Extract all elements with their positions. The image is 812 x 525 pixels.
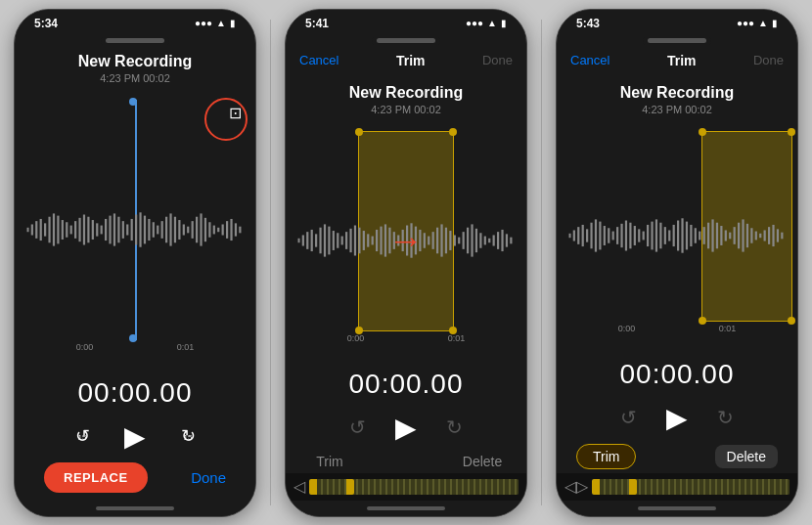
thumb-strip-2: ◁ bbox=[286, 473, 526, 501]
svg-rect-85 bbox=[432, 232, 434, 249]
replace-button-1[interactable]: REPLACE bbox=[44, 462, 148, 493]
home-bar-1 bbox=[96, 506, 174, 510]
svg-rect-102 bbox=[506, 234, 508, 246]
trim-handle-tl-2[interactable] bbox=[355, 128, 363, 136]
svg-rect-151 bbox=[772, 225, 774, 246]
thumb-strip-3: ◁▷ bbox=[557, 473, 797, 501]
svg-rect-74 bbox=[384, 224, 386, 256]
svg-rect-54 bbox=[297, 239, 299, 242]
svg-rect-87 bbox=[440, 224, 442, 256]
svg-rect-146 bbox=[750, 228, 752, 242]
time-label-0-1-1: 0:01 bbox=[177, 342, 195, 352]
thumb-bar-2[interactable] bbox=[309, 479, 519, 495]
rewind-button-1[interactable]: ↺ 15 bbox=[69, 423, 95, 449]
svg-rect-62 bbox=[333, 231, 335, 250]
svg-rect-10 bbox=[70, 225, 72, 234]
notch-3 bbox=[643, 37, 711, 45]
thumb-bar-3[interactable] bbox=[592, 479, 789, 495]
time-label-0-0-3: 0:00 bbox=[618, 324, 636, 333]
nav-title-3: Trim bbox=[667, 53, 697, 68]
svg-rect-127 bbox=[668, 230, 670, 241]
svg-rect-143 bbox=[738, 223, 740, 249]
delete-button-2[interactable]: Delete bbox=[458, 454, 507, 469]
thumb-handle-right-2[interactable] bbox=[346, 479, 354, 495]
svg-rect-92 bbox=[463, 232, 465, 249]
trim-icon-1[interactable]: ⊡ bbox=[229, 104, 242, 122]
svg-rect-0 bbox=[26, 227, 28, 231]
svg-rect-106 bbox=[577, 227, 579, 244]
recording-title-1: New Recording bbox=[15, 53, 255, 70]
rewind-button-2[interactable]: ↺ bbox=[349, 416, 366, 439]
svg-rect-121 bbox=[643, 232, 645, 241]
thumb-handle-right-3[interactable] bbox=[629, 479, 637, 495]
trim-handle-tl-3[interactable] bbox=[699, 128, 706, 136]
svg-rect-72 bbox=[376, 230, 378, 251]
svg-rect-65 bbox=[345, 232, 347, 249]
svg-rect-147 bbox=[755, 232, 757, 241]
notch-2 bbox=[372, 37, 440, 45]
trim-handle-tr-3[interactable] bbox=[788, 128, 795, 136]
recording-info-2: New Recording 4:23 PM 00:02 bbox=[286, 76, 526, 121]
thumb-handle-left-2[interactable] bbox=[309, 479, 317, 495]
svg-rect-23 bbox=[126, 224, 128, 235]
svg-rect-128 bbox=[673, 225, 675, 246]
controls-1: ↺ 15 ▶ ↻ 15 bbox=[15, 415, 255, 457]
svg-rect-99 bbox=[493, 235, 495, 245]
svg-rect-138 bbox=[716, 223, 718, 249]
svg-rect-37 bbox=[187, 226, 189, 233]
svg-rect-11 bbox=[74, 221, 76, 239]
svg-rect-115 bbox=[616, 227, 618, 244]
trim-button-3[interactable]: Trim bbox=[576, 444, 636, 469]
phone-1: 5:34 ●●● ▲ ▮ New Recording 4:23 PM 00:02 bbox=[14, 9, 256, 517]
svg-rect-111 bbox=[599, 222, 601, 250]
forward-button-2[interactable]: ↻ bbox=[446, 416, 463, 439]
svg-rect-3 bbox=[40, 218, 42, 240]
timeline-3: 0:00 0:01 bbox=[557, 324, 797, 333]
trim-button-2[interactable]: Trim bbox=[305, 454, 354, 469]
play-button-1[interactable]: ▶ bbox=[124, 420, 146, 453]
done-button-1[interactable]: Done bbox=[191, 469, 226, 486]
delete-button-3[interactable]: Delete bbox=[715, 445, 778, 468]
timer-text-2: 00:00.00 bbox=[349, 369, 464, 399]
status-time-3: 5:43 bbox=[576, 17, 600, 30]
recording-meta-2: 4:23 PM 00:02 bbox=[286, 104, 526, 115]
svg-rect-8 bbox=[62, 220, 64, 240]
home-indicator-3 bbox=[557, 501, 797, 516]
svg-rect-117 bbox=[625, 221, 627, 251]
svg-rect-149 bbox=[764, 230, 766, 241]
waveform-area-1: 0:00 0:01 ⊡ bbox=[15, 90, 255, 370]
svg-rect-5 bbox=[48, 216, 50, 242]
svg-rect-144 bbox=[742, 219, 744, 251]
svg-rect-135 bbox=[703, 227, 705, 244]
recording-meta-3: 4:23 PM 00:02 bbox=[557, 104, 797, 115]
svg-rect-16 bbox=[96, 223, 98, 236]
play-button-2[interactable]: ▶ bbox=[395, 412, 417, 444]
forward-button-3[interactable]: ↻ bbox=[717, 406, 734, 429]
svg-rect-1 bbox=[31, 224, 33, 235]
nav-cancel-3[interactable]: Cancel bbox=[570, 53, 609, 67]
svg-rect-130 bbox=[681, 218, 683, 252]
timer-3: 00:00.00 bbox=[557, 351, 797, 396]
svg-rect-59 bbox=[319, 228, 321, 254]
svg-rect-108 bbox=[586, 229, 588, 241]
play-button-3[interactable]: ▶ bbox=[666, 402, 688, 434]
svg-rect-55 bbox=[302, 235, 304, 245]
svg-rect-153 bbox=[781, 233, 783, 240]
nav-cancel-2[interactable]: Cancel bbox=[299, 53, 338, 67]
nav-done-2[interactable]: Done bbox=[482, 53, 513, 67]
svg-rect-140 bbox=[725, 230, 727, 241]
nav-title-2: Trim bbox=[396, 53, 426, 68]
rewind-button-3[interactable]: ↺ bbox=[620, 406, 637, 429]
nav-done-3[interactable]: Done bbox=[753, 53, 784, 67]
svg-rect-91 bbox=[458, 238, 460, 244]
svg-rect-60 bbox=[324, 224, 326, 256]
forward-button-1[interactable]: ↻ 15 bbox=[175, 423, 201, 449]
svg-rect-48 bbox=[235, 223, 237, 236]
svg-rect-122 bbox=[647, 225, 649, 246]
time-label-0-1-2: 0:01 bbox=[448, 333, 466, 343]
wifi-icon-2: ▲ bbox=[487, 18, 497, 28]
svg-rect-32 bbox=[165, 216, 167, 242]
thumb-handle-left-3[interactable] bbox=[592, 479, 600, 495]
trim-handle-tr-2[interactable] bbox=[449, 128, 457, 136]
svg-rect-20 bbox=[113, 213, 115, 245]
